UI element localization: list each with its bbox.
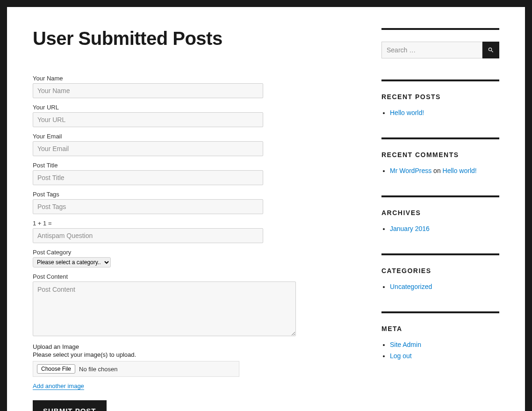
file-status: No file chosen — [79, 366, 117, 373]
comment-on-text: on — [431, 167, 442, 174]
recent-post-link[interactable]: Hello world! — [390, 109, 424, 116]
input-your-email[interactable] — [33, 141, 263, 156]
upload-section: Upload an Image Please select your image… — [33, 343, 353, 390]
sidebar: RECENT POSTS Hello world! RECENT COMMENT… — [381, 28, 499, 411]
submit-post-button[interactable]: SUBMIT POST — [33, 400, 107, 411]
label-post-title: Post Title — [33, 162, 353, 169]
label-content: Post Content — [33, 273, 353, 280]
label-your-url: Your URL — [33, 104, 353, 111]
input-post-title[interactable] — [33, 170, 263, 185]
list-item: Uncategorized — [390, 283, 499, 290]
label-your-name: Your Name — [33, 75, 353, 82]
field-content: Post Content — [33, 273, 353, 338]
widget-archives: ARCHIVES January 2016 — [381, 195, 499, 232]
label-upload: Upload an Image — [33, 343, 353, 350]
field-post-tags: Post Tags — [33, 191, 353, 214]
search-wrapper — [381, 28, 499, 58]
upload-hint: Please select your image(s) to upload. — [33, 351, 353, 358]
list-item: January 2016 — [390, 225, 499, 232]
field-category: Post Category Please select a category.. — [33, 249, 353, 267]
widget-search — [381, 28, 499, 58]
label-post-tags: Post Tags — [33, 191, 353, 198]
field-your-name: Your Name — [33, 75, 353, 98]
meta-link-log-out[interactable]: Log out — [390, 352, 412, 360]
textarea-content[interactable] — [33, 281, 296, 336]
label-your-email: Your Email — [33, 133, 353, 140]
add-another-image-link[interactable]: Add another image — [33, 382, 84, 390]
archive-link[interactable]: January 2016 — [390, 225, 430, 232]
widget-title-meta: META — [381, 325, 499, 332]
search-icon — [488, 47, 494, 53]
field-your-url: Your URL — [33, 104, 353, 127]
list-item: Site Admin — [390, 341, 499, 348]
widget-recent-comments: RECENT COMMENTS Mr WordPress on Hello wo… — [381, 137, 499, 174]
input-your-name[interactable] — [33, 83, 263, 98]
input-your-url[interactable] — [33, 112, 263, 127]
widget-meta: META Site Admin Log out — [381, 311, 499, 360]
list-item: Mr WordPress on Hello world! — [390, 167, 499, 174]
field-your-email: Your Email — [33, 133, 353, 156]
widget-title-categories: CATEGORIES — [381, 267, 499, 274]
file-input-wrapper[interactable]: Choose File No file chosen — [33, 361, 239, 377]
widget-title-recent-comments: RECENT COMMENTS — [381, 151, 499, 159]
label-category: Post Category — [33, 249, 353, 256]
page-title: User Submitted Posts — [33, 28, 353, 49]
list-item: Log out — [390, 352, 499, 360]
choose-file-button[interactable]: Choose File — [37, 364, 75, 374]
search-button[interactable] — [482, 42, 499, 58]
main-content: User Submitted Posts Your Name Your URL … — [33, 28, 353, 411]
field-antispam: 1 + 1 = — [33, 220, 353, 243]
page-wrapper: User Submitted Posts Your Name Your URL … — [7, 7, 525, 411]
widget-title-archives: ARCHIVES — [381, 209, 499, 216]
widget-title-recent-posts: RECENT POSTS — [381, 93, 499, 101]
list-item: Hello world! — [390, 109, 499, 116]
widget-categories: CATEGORIES Uncategorized — [381, 253, 499, 290]
input-post-tags[interactable] — [33, 199, 263, 214]
comment-author-link[interactable]: Mr WordPress — [390, 167, 431, 174]
widget-recent-posts: RECENT POSTS Hello world! — [381, 79, 499, 116]
select-category[interactable]: Please select a category.. — [33, 257, 111, 267]
comment-post-link[interactable]: Hello world! — [443, 167, 477, 174]
field-post-title: Post Title — [33, 162, 353, 185]
input-antispam[interactable] — [33, 228, 263, 243]
label-antispam: 1 + 1 = — [33, 220, 353, 227]
search-input[interactable] — [381, 42, 482, 58]
meta-link-site-admin[interactable]: Site Admin — [390, 341, 421, 348]
category-link[interactable]: Uncategorized — [390, 283, 432, 290]
